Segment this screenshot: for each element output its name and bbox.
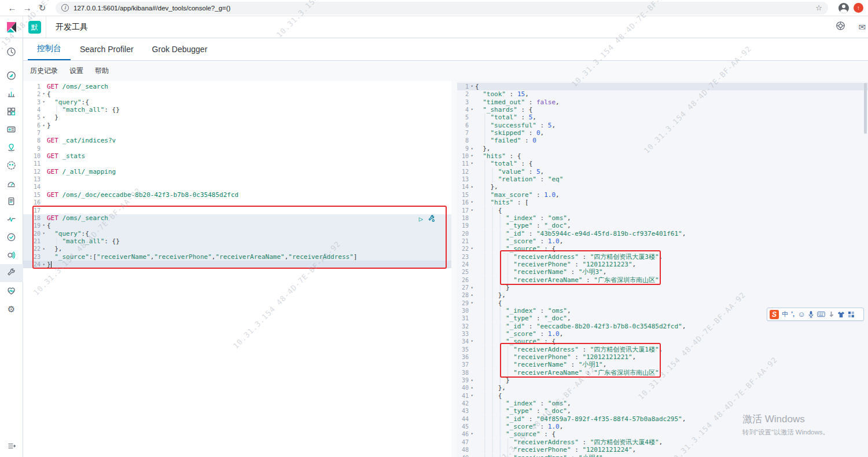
sidebar-item-siem[interactable] bbox=[0, 246, 23, 264]
code-line[interactable]: 45 │ │ │ "_score" : 1.0, bbox=[457, 423, 868, 430]
code-line[interactable]: 43 │ │ │ "_type" : "_doc", bbox=[457, 407, 868, 415]
sidebar-item-dev-tools[interactable] bbox=[0, 264, 23, 282]
code-line[interactable]: 4 │ "match_all": {} bbox=[23, 106, 451, 114]
sidebar-item-discover[interactable] bbox=[0, 67, 23, 85]
code-line[interactable]: 27▴ │ │ │ } bbox=[457, 284, 868, 291]
code-line[interactable]: 32 │ │ │ "_id" : "eeccadbe-8b20-42f3-b7b… bbox=[457, 323, 868, 330]
code-line[interactable]: 24 │ │ │ │ "receiverPhone" : "1201212122… bbox=[457, 261, 868, 268]
fold-arrow-icon[interactable]: ▾ bbox=[41, 230, 47, 237]
kibana-logo[interactable] bbox=[0, 16, 23, 38]
fold-arrow-icon[interactable]: ▾ bbox=[469, 392, 475, 400]
code-line[interactable]: 13 │ │ "relation" : "eq" bbox=[457, 176, 868, 183]
tab-search-profiler[interactable]: Search Profiler bbox=[71, 38, 143, 60]
code-line[interactable]: 38 │ │ │ │ "receiverAreaName" : "广东省深圳市南… bbox=[457, 369, 868, 376]
code-line[interactable]: 47 │ │ │ │ "receiverAddress" : "四方精创资讯大厦… bbox=[457, 438, 868, 446]
url-bar[interactable]: i 127.0.0.1:5601/app/kibana#/dev_tools/c… bbox=[56, 2, 828, 14]
browser-extension-icon[interactable]: ↑ bbox=[854, 3, 863, 13]
code-line[interactable]: 7 bbox=[23, 129, 451, 137]
code-line[interactable]: 39▴ │ │ │ } bbox=[457, 376, 868, 384]
code-line[interactable]: 42 │ │ │ "_index" : "oms", bbox=[457, 400, 868, 407]
code-line[interactable]: 7 │ "skipped" : 0, bbox=[457, 129, 868, 137]
code-line[interactable]: 26 │ │ │ │ "receiverAreaName" : "广东省深圳市南… bbox=[457, 276, 868, 284]
fold-arrow-icon[interactable]: ▾ bbox=[469, 106, 475, 114]
code-line[interactable]: 20▾ "query":{ bbox=[23, 230, 451, 237]
code-line[interactable]: 35 │ │ │ │ "receiverAddress" : "四方精创资讯大厦… bbox=[457, 346, 868, 353]
code-line[interactable]: 23 "_source":["receiverName","receiverPh… bbox=[23, 253, 451, 261]
fold-arrow-icon[interactable]: ▴ bbox=[469, 376, 475, 384]
sidebar-item-stack-monitoring[interactable] bbox=[0, 282, 23, 300]
code-line[interactable]: 17▾ │ │ { bbox=[457, 207, 868, 214]
fold-arrow-icon[interactable]: ▴ bbox=[469, 145, 475, 152]
code-line[interactable]: 36 │ │ │ │ "receiverPhone" : "1201212122… bbox=[457, 353, 868, 361]
chinese-mode-icon[interactable]: 中 bbox=[782, 308, 788, 320]
code-line[interactable]: 41▾ │ │ { bbox=[457, 392, 868, 400]
code-line[interactable]: 3▾ "query":{ bbox=[23, 98, 451, 106]
code-line[interactable]: 3 "timed_out" : false, bbox=[457, 98, 868, 106]
fold-arrow-icon[interactable]: ▴ bbox=[469, 284, 475, 291]
code-line[interactable]: 9 bbox=[23, 145, 451, 152]
handwriting-icon[interactable] bbox=[828, 311, 834, 318]
code-line[interactable]: 22▴ }, bbox=[23, 245, 451, 253]
fold-arrow-icon[interactable]: ▾ bbox=[41, 98, 47, 106]
code-line[interactable]: 5 │ "total" : 5, bbox=[457, 114, 868, 121]
code-line[interactable]: 12 │ │ "value" : 5, bbox=[457, 168, 868, 176]
send-request-play-icon[interactable]: ▷ bbox=[419, 215, 423, 223]
code-line[interactable]: 15GET /oms/_doc/eeccadbe-8b20-42f3-b7b8-… bbox=[23, 191, 451, 199]
code-line[interactable]: 40▴ │ │ }, bbox=[457, 384, 868, 392]
code-line[interactable]: 14 bbox=[23, 183, 451, 191]
microphone-icon[interactable] bbox=[808, 310, 814, 318]
menu-settings[interactable]: 设置 bbox=[69, 66, 83, 76]
code-line[interactable]: 11 bbox=[23, 160, 451, 167]
fold-arrow-icon[interactable]: ▾ bbox=[41, 90, 47, 98]
punctuation-icon[interactable]: ’, bbox=[791, 308, 795, 320]
code-line[interactable]: 34▾ │ │ │ "_source" : { bbox=[457, 338, 868, 345]
code-line[interactable]: 29▾ │ │ { bbox=[457, 299, 868, 307]
space-badge[interactable]: 默 bbox=[28, 21, 41, 34]
code-line[interactable]: 6▴} bbox=[23, 122, 451, 129]
back-icon[interactable]: ← bbox=[5, 3, 20, 13]
code-line[interactable]: 8 │ "failed" : 0 bbox=[457, 137, 868, 144]
code-line[interactable]: 21 │ "match_all": {} bbox=[23, 237, 451, 245]
sidebar-item-maps[interactable] bbox=[0, 138, 23, 156]
page-info-icon[interactable]: i bbox=[61, 4, 69, 12]
fold-arrow-icon[interactable]: ▾ bbox=[469, 245, 475, 253]
fold-arrow-icon[interactable]: ▾ bbox=[469, 199, 475, 206]
code-line[interactable]: 5▴ } bbox=[23, 114, 451, 121]
sidebar-item-uptime[interactable] bbox=[0, 228, 23, 246]
sidebar-item-metrics[interactable] bbox=[0, 174, 23, 192]
fold-arrow-icon[interactable]: ▾ bbox=[469, 207, 475, 214]
code-line[interactable]: 16 bbox=[23, 199, 451, 206]
code-line[interactable]: 18 │ │ │ "_index" : "oms", bbox=[457, 214, 868, 222]
fold-arrow-icon[interactable]: ▴ bbox=[41, 245, 47, 253]
sidebar-item-machine-learning[interactable] bbox=[0, 156, 23, 174]
code-line[interactable]: 15 │ "max_score" : 1.0, bbox=[457, 191, 868, 199]
code-line[interactable]: 19▾{ bbox=[23, 222, 451, 229]
response-viewer[interactable]: 1▾{2 "took" : 15,3 "timed_out" : false,4… bbox=[457, 81, 868, 457]
skin-icon[interactable] bbox=[837, 311, 845, 318]
tab-grok-debugger[interactable]: Grok Debugger bbox=[143, 38, 217, 60]
tab-console[interactable]: 控制台 bbox=[28, 38, 71, 60]
fold-arrow-icon[interactable]: ▴ bbox=[41, 122, 47, 129]
code-line[interactable]: 8GET _cat/indices?v bbox=[23, 137, 451, 144]
collapse-navigation-button[interactable] bbox=[0, 438, 23, 454]
sogou-logo-icon[interactable]: S bbox=[770, 310, 779, 319]
fold-arrow-icon[interactable]: ▾ bbox=[469, 160, 475, 167]
code-line[interactable]: 17 bbox=[23, 207, 451, 214]
code-line[interactable]: 20 │ │ │ "_id" : "43b5944c-e94d-45fd-819… bbox=[457, 230, 868, 237]
code-line[interactable]: 4▾ "_shards" : { bbox=[457, 106, 868, 114]
scrollbar-thumb[interactable] bbox=[864, 83, 867, 134]
help-icon[interactable] bbox=[836, 21, 845, 33]
sidebar-item-management[interactable]: ⚙ bbox=[0, 300, 23, 318]
fold-arrow-icon[interactable]: ▾ bbox=[469, 338, 475, 345]
code-line[interactable]: 1▾{ bbox=[457, 83, 868, 90]
code-line[interactable]: 33 │ │ │ "_score" : 1.0, bbox=[457, 330, 868, 338]
menu-help[interactable]: 帮助 bbox=[95, 66, 109, 76]
code-line[interactable]: 44 │ │ │ "_id" : "04f859a7-892f-4f35-88f… bbox=[457, 415, 868, 423]
request-editor[interactable]: 1GET /oms/_search2▾{3▾ "query":{4 │ "mat… bbox=[23, 81, 451, 457]
code-line[interactable]: 10GET _stats bbox=[23, 152, 451, 160]
fold-arrow-icon[interactable]: ▾ bbox=[469, 152, 475, 160]
code-line[interactable]: 18GET /oms/_search bbox=[23, 214, 451, 222]
code-line[interactable]: 49 │ │ │ │ "receiverName" : "小明4", bbox=[457, 454, 868, 457]
emoji-icon[interactable]: ☺ bbox=[797, 308, 805, 320]
reload-icon[interactable]: ↻ bbox=[35, 3, 50, 13]
